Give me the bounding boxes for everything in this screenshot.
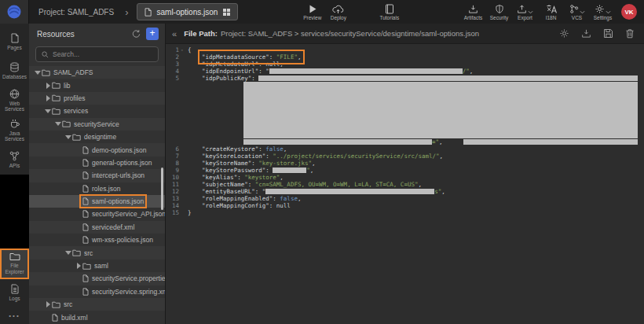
logs-icon [10,284,20,294]
globe-icon [9,89,20,99]
rail-item-web-services[interactable]: Web Services [1,86,28,116]
code-token: : [258,61,265,68]
editor-settings-button[interactable] [559,28,569,39]
tree-item-general-options.json[interactable]: general-options.json [29,156,165,169]
code-text: "keyStoreLocation": "../project/services… [181,153,443,160]
i18n-button[interactable]: I18N [538,0,564,24]
folder-icon [82,263,91,270]
redacted-text [258,75,638,81]
tree-item-roles.json[interactable]: roles.json [29,182,165,195]
tree-item-src[interactable]: src [29,298,165,311]
rail-item-databases[interactable]: Databases [1,57,28,86]
code-token: : [258,145,265,153]
delete-file-button[interactable] [625,28,635,39]
file-icon [145,8,152,17]
tree-item-securityService[interactable]: securityService [29,118,165,131]
folder-icon [52,94,60,101]
refresh-icon[interactable] [131,29,141,39]
cloud-upload-icon [332,4,344,14]
collapse-arrow-icon[interactable] [54,122,62,126]
line-number [166,82,181,138]
file-path: File Path:Project: SAML_ADFS > services/… [184,29,479,38]
code-token: "keystore" [244,174,280,181]
play-icon [308,4,317,14]
rail-item-java-services[interactable]: Java Services [1,116,28,145]
open-file-tab[interactable]: saml-options.json [137,3,239,20]
tree-item-designtime[interactable]: designtime [29,131,165,143]
vcs-button[interactable]: VCS [564,0,590,24]
expand-arrow-icon[interactable] [44,83,52,89]
folder-icon [72,249,81,256]
rail-item-pages[interactable]: Pages [1,28,28,57]
rail-item-apis[interactable]: APIs [1,145,28,175]
tree-item-profiles[interactable]: profiles [29,92,165,105]
deploy-button[interactable]: Deploy [325,0,351,24]
collapse-arrow-icon[interactable] [64,251,72,255]
line-number: 12 [166,188,181,195]
grid-view-icon[interactable] [223,9,230,16]
search-input[interactable]: Search... [35,46,159,62]
code-token: : [251,160,258,167]
tree-item-build.xml[interactable]: build.xml [29,311,165,323]
security-button[interactable]: Security [486,0,512,24]
save-file-button[interactable] [603,28,613,39]
tree-item-services[interactable]: services [29,105,165,117]
code-editor[interactable]: 1-{2"idpMetadataSource": "FILE",3"idpMet… [166,44,644,324]
tree-item-saml[interactable]: saml [29,260,165,272]
tree-item-inner: build.xml [52,314,88,322]
collapse-arrow-icon[interactable] [44,109,52,113]
rail-more-icon[interactable]: ••• [9,312,20,319]
code-text: "idpEndpointUrl": "/", [181,68,473,75]
collapse-arrow-icon[interactable] [34,71,42,75]
tree-item-inner: src [72,249,93,257]
rail-item-file-explorer[interactable]: File Explorer [1,249,28,278]
code-token: : [265,153,273,160]
tree-item-inner: securityService [62,120,119,128]
expand-arrow-icon[interactable] [75,263,82,269]
code-token: } [188,209,192,216]
line-number: 13 [166,195,181,202]
collapse-panel-icon[interactable]: « [172,29,177,39]
code-token: false [265,145,284,153]
user-avatar[interactable]: VK [621,4,637,20]
file-icon [82,274,89,282]
download-file-button[interactable] [581,28,591,39]
tree-item-src[interactable]: src [29,246,165,259]
tree-item-securityService.spring.xml[interactable]: securityService.spring.xml [29,285,165,298]
folder-icon [72,134,81,141]
page-icon [10,33,20,43]
tree-item-securityService_API.json[interactable]: securityService_API.json [29,208,165,220]
tree-item-wm-xss-policies.json[interactable]: wm-xss-policies.json [29,234,165,246]
expand-arrow-icon[interactable] [44,95,52,101]
add-resource-button[interactable]: + [146,28,159,40]
tree-item-label: securityService [74,120,119,128]
tree-item-securityService.properties[interactable]: securityService.properties [29,272,165,285]
export-button[interactable]: Export [512,0,538,24]
code-token: null [265,61,280,68]
tree-item-SAML_ADFS[interactable]: SAML_ADFS [29,66,165,79]
rail-spacer [0,175,29,249]
rail-item-logs[interactable]: Logs [1,278,28,307]
tree-item-demo-options.json[interactable]: demo-options.json [29,143,165,156]
tree-scrollbar[interactable] [161,168,163,210]
expand-arrow-icon[interactable] [44,301,52,307]
wavemaker-logo-icon [6,4,22,20]
collapse-arrow-icon[interactable] [64,135,72,139]
tree-item-lib[interactable]: lib [29,79,165,91]
settings-button[interactable]: Settings [590,0,616,24]
tree-item-saml-options.json[interactable]: saml-options.json [29,195,165,208]
code-line: 5"idpPublicKey": [166,75,644,82]
folder-icon [52,82,60,89]
preview-button[interactable]: Preview [299,0,325,24]
tree-item-servicedef.xml[interactable]: servicedef.xml [29,221,165,234]
tree-item-intercept-urls.json[interactable]: intercept-urls.json [29,169,165,182]
line-number: 8 [166,160,181,167]
chevron-down-icon [580,10,585,14]
tree-item-label: saml-options.json [92,197,144,205]
app-logo[interactable] [0,0,29,24]
tutorials-button[interactable]: Tutorials [376,0,402,24]
code-line: 13"roleMappingEnabled": false, [166,195,644,202]
tree-item-inner: demo-options.json [82,146,146,154]
fold-marker-icon[interactable]: - [180,46,184,53]
artifacts-button[interactable]: Artifacts [460,0,486,24]
